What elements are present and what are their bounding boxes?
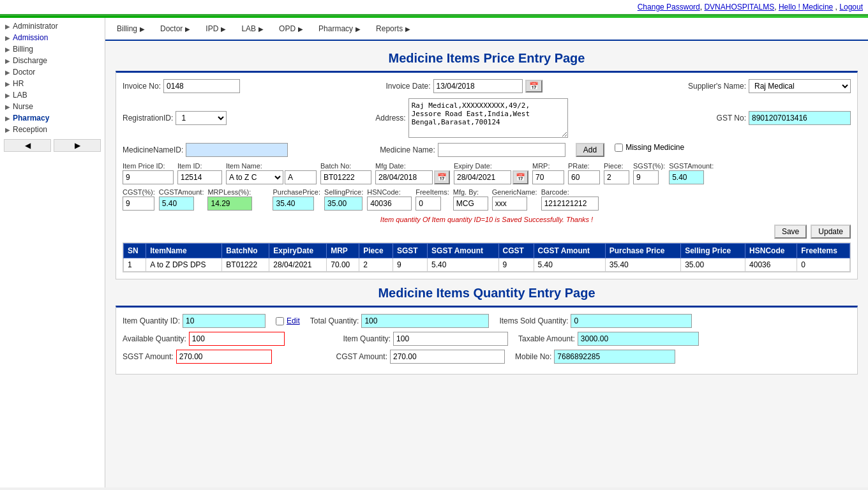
expiry-date-calendar[interactable]: 📅 bbox=[513, 170, 528, 184]
taxable-amount-input[interactable] bbox=[578, 332, 699, 346]
sidebar-item-admission[interactable]: ▶ Admission bbox=[0, 32, 105, 43]
missing-medicine-label: Missing Medicine bbox=[625, 143, 684, 152]
nav-pharmacy[interactable]: Pharmacy ▶ bbox=[312, 20, 367, 37]
sgst-amount-qty-label: SGST Amount: bbox=[123, 352, 174, 361]
prate-input[interactable] bbox=[568, 170, 600, 184]
mrp-input[interactable] bbox=[532, 170, 564, 184]
sidebar-item-lab[interactable]: ▶ LAB bbox=[0, 89, 105, 101]
mfg-date-calendar[interactable]: 📅 bbox=[434, 170, 450, 184]
nav-ipd[interactable]: IPD ▶ bbox=[199, 20, 232, 37]
nav-doctor[interactable]: Doctor ▶ bbox=[154, 20, 197, 37]
items-sold-qty-input[interactable] bbox=[571, 314, 692, 328]
mfg-date-field: Mfg Date: 📅 bbox=[375, 162, 450, 184]
mrpless-input[interactable] bbox=[207, 197, 252, 211]
sgst-amount-input[interactable] bbox=[669, 170, 704, 184]
mfg-by-label: Mfg. By: bbox=[453, 188, 488, 196]
form-row-3: MedicineNameID: Medicine Name: Add Missi… bbox=[123, 143, 851, 157]
sidebar-item-discharge[interactable]: ▶ Discharge bbox=[0, 55, 105, 66]
nav-billing-arrow: ▶ bbox=[140, 26, 145, 33]
item-name-field: Item Name: A to Z C ▼ bbox=[226, 162, 317, 184]
nav-billing-label: Billing bbox=[117, 24, 137, 33]
medicine-name-input[interactable] bbox=[438, 143, 565, 157]
sgst-input[interactable] bbox=[633, 170, 659, 184]
mfg-date-input[interactable] bbox=[375, 170, 433, 184]
item-qty-id-input[interactable] bbox=[183, 314, 266, 328]
free-items-input[interactable] bbox=[415, 197, 441, 211]
edit-checkbox[interactable] bbox=[276, 317, 284, 325]
nav-lab[interactable]: LAB ▶ bbox=[235, 20, 270, 37]
registration-select[interactable]: 1 bbox=[176, 111, 227, 125]
sidebar-item-hr[interactable]: ▶ HR bbox=[0, 78, 105, 89]
sidebar-scroll-right[interactable]: ▶ bbox=[54, 139, 101, 152]
logout-link[interactable]: Logout bbox=[839, 3, 863, 11]
add-button[interactable]: Add bbox=[576, 143, 604, 157]
purchase-price-input[interactable] bbox=[273, 197, 314, 211]
save-button[interactable]: Save bbox=[774, 225, 807, 239]
invoice-date-input[interactable] bbox=[433, 79, 523, 93]
item-price-id-input[interactable] bbox=[123, 170, 174, 184]
item-id-input[interactable] bbox=[177, 170, 222, 184]
generic-name-input[interactable] bbox=[492, 197, 527, 211]
address-textarea[interactable]: Raj Medical,XXXXXXXXXX,49/2, Jessore Roa… bbox=[408, 98, 568, 138]
sidebar-item-nurse[interactable]: ▶ Nurse bbox=[0, 101, 105, 112]
topbar-links[interactable]: Change Password, DVNAHOSPITALMS, Hello !… bbox=[638, 3, 863, 11]
mfg-by-input[interactable] bbox=[453, 197, 488, 211]
cgst-input[interactable] bbox=[123, 197, 154, 211]
sidebar-item-doctor[interactable]: ▶ Doctor bbox=[0, 66, 105, 78]
invoice-no-input[interactable] bbox=[163, 79, 240, 93]
missing-medicine-checkbox-label[interactable]: Missing Medicine bbox=[615, 143, 684, 152]
cell-mrp: 70.00 bbox=[327, 258, 359, 272]
cgst-amount-qty-input[interactable] bbox=[390, 350, 505, 364]
invoice-no-label: Invoice No: bbox=[123, 82, 161, 91]
hsn-code-input[interactable] bbox=[367, 197, 412, 211]
barcode-input[interactable] bbox=[541, 197, 599, 211]
calendar-button[interactable]: 📅 bbox=[525, 80, 542, 93]
available-qty-label: Available Quantity: bbox=[123, 334, 186, 343]
item-name-select[interactable]: A to Z C ▼ bbox=[226, 170, 283, 184]
cell-batchno: BT01222 bbox=[222, 258, 269, 272]
sgst-amount-qty-input[interactable] bbox=[176, 350, 272, 364]
sidebar-item-administrator[interactable]: ▶ Administrator bbox=[0, 20, 105, 32]
sgst-amount-qty-field: SGST Amount: bbox=[123, 350, 272, 364]
sgst-amount-field: SGSTAmount: bbox=[669, 162, 714, 184]
change-password-link[interactable]: Change Password bbox=[638, 3, 700, 11]
item-qty-label: Item Quantity: bbox=[343, 334, 391, 343]
expiry-date-input[interactable] bbox=[454, 170, 511, 184]
selling-price-input[interactable] bbox=[324, 197, 363, 211]
mfg-by-field: Mfg. By: bbox=[453, 188, 488, 211]
available-qty-input[interactable] bbox=[189, 332, 285, 346]
nav-opd[interactable]: OPD ▶ bbox=[273, 20, 310, 37]
hello-link[interactable]: Hello ! Medicine bbox=[779, 3, 833, 11]
sidebar-scroll-left[interactable]: ◀ bbox=[4, 139, 51, 152]
nav-lab-arrow: ▶ bbox=[258, 26, 264, 33]
sidebar-arrow: ▶ bbox=[5, 92, 10, 99]
supplier-name-select[interactable]: Raj Medical bbox=[749, 79, 851, 93]
content-area: Billing ▶ Doctor ▶ IPD ▶ LAB ▶ OPD ▶ Pha… bbox=[105, 18, 868, 487]
update-button[interactable]: Update bbox=[811, 225, 851, 239]
sidebar-item-billing[interactable]: ▶ Billing bbox=[0, 43, 105, 55]
sidebar-item-reception[interactable]: ▶ Reception bbox=[0, 124, 105, 135]
hospital-name-link[interactable]: DVNAHOSPITALMS bbox=[704, 3, 774, 11]
medicine-name-id-input[interactable] bbox=[186, 143, 288, 157]
nav-reports[interactable]: Reports ▶ bbox=[370, 20, 417, 37]
mrpless-field: MRPLess(%): bbox=[207, 188, 252, 211]
total-qty-input[interactable] bbox=[361, 314, 489, 328]
cgst-amount-input[interactable] bbox=[159, 197, 194, 211]
gst-input[interactable] bbox=[749, 111, 851, 125]
selling-price-field: SellingPrice: bbox=[324, 188, 363, 211]
edit-checkbox-label[interactable]: Edit bbox=[276, 316, 300, 325]
mobile-no-input[interactable] bbox=[554, 350, 675, 364]
expiry-date-label: Expiry Date: bbox=[454, 162, 528, 170]
hsn-code-field: HSNCode: bbox=[367, 188, 412, 211]
batch-no-input[interactable] bbox=[320, 170, 371, 184]
price-table-scroll[interactable]: SN ItemName BatchNo ExpiryDate MRP Piece… bbox=[123, 243, 850, 272]
table-row[interactable]: 1 A to Z DPS DPS BT01222 28/04/2021 70.0… bbox=[124, 258, 850, 272]
item-qty-field: Item Quantity: bbox=[343, 332, 508, 346]
sidebar-item-pharmacy[interactable]: ▶ Pharmacy bbox=[0, 112, 105, 124]
item-name-suffix-input[interactable] bbox=[285, 170, 317, 184]
mfg-date-label: Mfg Date: bbox=[375, 162, 450, 170]
piece-input[interactable] bbox=[604, 170, 629, 184]
nav-billing[interactable]: Billing ▶ bbox=[110, 20, 151, 37]
missing-medicine-checkbox[interactable] bbox=[615, 144, 623, 152]
item-qty-input[interactable] bbox=[393, 332, 508, 346]
